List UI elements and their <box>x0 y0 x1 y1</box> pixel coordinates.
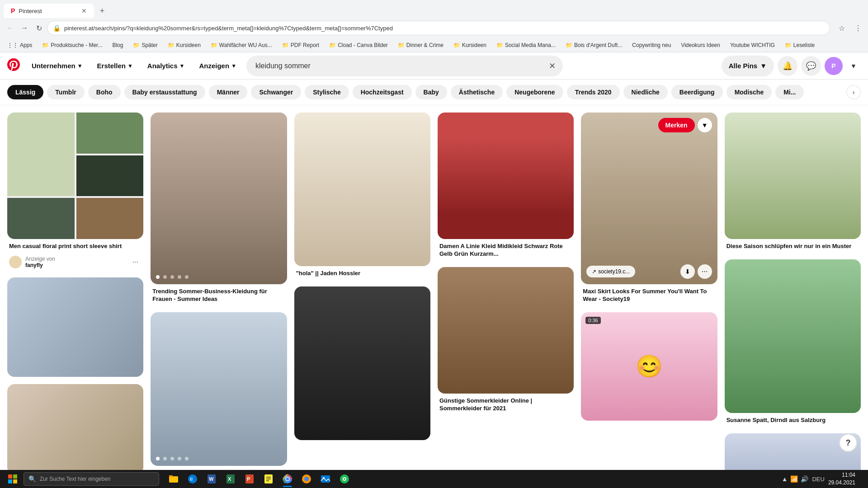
bookmark-dinner[interactable]: 📁 Dinner & Crime <box>394 41 447 49</box>
reload-button[interactable]: ↻ <box>33 22 45 34</box>
svg-text:W: W <box>209 476 214 482</box>
category-manner[interactable]: Männer <box>209 85 248 99</box>
back-button[interactable]: ← <box>4 22 16 34</box>
category-trends[interactable]: Trends 2020 <box>567 85 620 99</box>
category-baby-erstausstattung[interactable]: Baby erstausstattung <box>124 85 205 99</box>
taskbar-word[interactable]: W <box>203 470 221 488</box>
category-neugeborene[interactable]: Neugeborene <box>506 85 563 99</box>
taskbar-music[interactable] <box>335 470 354 488</box>
pin-card-small-1[interactable] <box>7 277 143 377</box>
bookmark-copywriting[interactable]: Copywriting neu <box>628 41 675 49</box>
chevron-down-icon-3: ▼ <box>179 63 185 69</box>
taskbar-photos[interactable] <box>316 470 335 488</box>
bookmark-produktsuche[interactable]: 📁 Produktsuche - Mer... <box>38 41 106 49</box>
svg-text:e: e <box>190 476 193 482</box>
bookmark-youtube[interactable]: Youtube WICHTIG <box>726 41 778 49</box>
category-baby[interactable]: Baby <box>415 85 447 99</box>
bookmark-spaeter[interactable]: 📁 Später <box>129 41 161 49</box>
pinterest-header: Unternehmen ▼ Erstellen ▼ Analytics ▼ An… <box>0 52 868 80</box>
profile-dropdown-button[interactable]: ▼ <box>846 59 861 73</box>
pin-card-leopard[interactable]: Günstige Sommerkleider Online | Sommerkl… <box>438 267 574 414</box>
taskbar-chrome[interactable] <box>278 470 297 488</box>
forward-button[interactable]: → <box>18 22 31 34</box>
pin-card-3[interactable]: "hola" || Jaden Hossler <box>294 113 430 279</box>
taskbar-powerpoint[interactable]: P <box>241 470 259 488</box>
tab-close-button[interactable]: ✕ <box>81 7 87 14</box>
filter-pins-button[interactable]: Alle Pins ▼ <box>722 56 774 76</box>
volume-icon[interactable]: 🔊 <box>801 475 808 483</box>
new-tab-button[interactable]: + <box>96 5 108 17</box>
bookmark-apps[interactable]: ⋮⋮ Apps <box>4 41 36 49</box>
folder-icon: 📁 <box>42 42 49 48</box>
pin-ad-more-button-1[interactable]: ··· <box>129 256 142 268</box>
search-input[interactable] <box>246 56 563 76</box>
pin-card-black-dress[interactable] <box>294 286 430 440</box>
pin-card-2[interactable]: Trending Sommer-Business-Kleidung für Fr… <box>151 113 287 305</box>
category-niedliche[interactable]: Niedliche <box>623 85 668 99</box>
category-boho[interactable]: Boho <box>88 85 121 99</box>
taskbar-file-explorer[interactable] <box>165 470 183 488</box>
browser-menu-icon[interactable]: ⋮ <box>852 22 864 34</box>
nav-erstellen[interactable]: Erstellen ▼ <box>91 58 139 73</box>
pin-more-button-5[interactable]: ··· <box>698 264 712 279</box>
taskbar-firefox[interactable] <box>297 470 316 488</box>
taskbar: 🔍 Zur Suche Text hier eingeben e W X P <box>0 470 868 488</box>
help-button[interactable]: ? <box>839 434 857 452</box>
nav-analytics[interactable]: Analytics ▼ <box>141 58 191 73</box>
bookmark-blog[interactable]: Blog <box>108 41 127 49</box>
search-clear-button[interactable]: ✕ <box>549 61 556 71</box>
svg-point-20 <box>286 478 289 481</box>
nav-unternehmen[interactable]: Unternehmen ▼ <box>25 58 89 73</box>
pin-card-4[interactable]: Damen A Linie Kleid Midikleid Schwarz Ro… <box>438 113 574 260</box>
category-next-button[interactable]: › <box>846 85 861 99</box>
category-modische[interactable]: Modische <box>726 85 772 99</box>
pin-dropdown-button-5[interactable]: ▼ <box>698 118 712 132</box>
pin-card-5[interactable]: Merken ▼ ↗ society19.c... ⬇ ··· <box>581 113 717 305</box>
bookmark-cload[interactable]: 📁 Cload - Canva Bilder <box>326 41 392 49</box>
pin-download-button-5[interactable]: ⬇ <box>680 264 695 279</box>
category-stylische[interactable]: Stylische <box>305 85 349 99</box>
notifications-button[interactable]: 🔔 <box>778 56 797 76</box>
bookmarks-star-icon[interactable]: ☆ <box>835 22 848 34</box>
bookmark-social[interactable]: 📁 Social Media Mana... <box>493 41 559 49</box>
pinterest-logo[interactable] <box>7 58 20 74</box>
taskbar-edge[interactable]: e <box>184 470 202 488</box>
pin-source-button-5[interactable]: ↗ society19.c... <box>586 266 635 277</box>
bookmark-videokurs[interactable]: Videokurs Ideen <box>677 41 724 49</box>
category-tumblr[interactable]: Tumblr <box>47 85 84 99</box>
pin-card-dirndl[interactable]: Susanne Spatt, Dirndl aus Salzburg <box>725 259 861 426</box>
bookmark-kursideen1[interactable]: 📁 Kursideen <box>164 41 204 49</box>
category-hochzeitsgast[interactable]: Hochzeitsgast <box>353 85 412 99</box>
taskbar-excel[interactable]: X <box>222 470 240 488</box>
bookmark-wahlfaecher[interactable]: 📁 Wahlfächer WU Aus... <box>207 41 276 49</box>
windows-start-button[interactable] <box>4 471 22 487</box>
bookmark-kursideen2[interactable]: 📁 Kursideen <box>450 41 490 49</box>
category-mi[interactable]: Mi... <box>775 85 804 99</box>
pin-card-small-2[interactable] <box>7 384 143 474</box>
category-beerdigung[interactable]: Beerdigung <box>671 85 723 99</box>
taskbar-notepad[interactable] <box>259 470 278 488</box>
system-tray-arrow[interactable]: ▲ <box>782 475 788 483</box>
pin-card-6[interactable]: Diese Saison schlüpfen wir nur in ein Mu… <box>725 113 861 252</box>
nav-anzeigen[interactable]: Anzeigen ▼ <box>193 58 243 73</box>
bookmark-bois[interactable]: 📁 Bois d'Argent Duft... <box>562 41 626 49</box>
pin-card-video[interactable]: 😊 0:36 <box>581 312 717 421</box>
profile-button[interactable]: P <box>825 57 843 75</box>
browser-tab-pinterest[interactable]: P Pinterest ✕ <box>4 4 94 18</box>
network-icon[interactable]: 📶 <box>790 475 798 483</box>
category-asthetische[interactable]: Ästhetische <box>451 85 503 99</box>
category-schwanger[interactable]: Schwanger <box>251 85 301 99</box>
bookmark-pdf[interactable]: 📁 PDF Report <box>278 41 323 49</box>
pin-card-1[interactable]: Men casual floral print short sleeve shi… <box>7 113 143 270</box>
svg-rect-4 <box>169 476 178 483</box>
bookmark-leseliste[interactable]: 📁 Leseliste <box>781 41 818 49</box>
merken-button[interactable]: Merken <box>658 118 695 132</box>
svg-rect-1 <box>13 474 17 479</box>
taskbar-search-bar[interactable]: 🔍 Zur Suche Text hier eingeben <box>24 472 159 486</box>
messages-button[interactable]: 💬 <box>801 56 821 76</box>
pin-card-sommer-trend[interactable]: Sommer 2021 Trend - Leinen Kleid 🌸🦋 <box>151 312 287 479</box>
category-lassig[interactable]: Lässig <box>7 85 43 99</box>
address-bar[interactable]: 🔒 pinterest.at/search/pins/?q=kleidung%2… <box>47 21 830 35</box>
taskbar-clock[interactable]: 11:04 29.04.2021 <box>828 471 855 487</box>
pin-title-4: Damen A Linie Kleid Midikleid Schwarz Ro… <box>438 239 574 260</box>
